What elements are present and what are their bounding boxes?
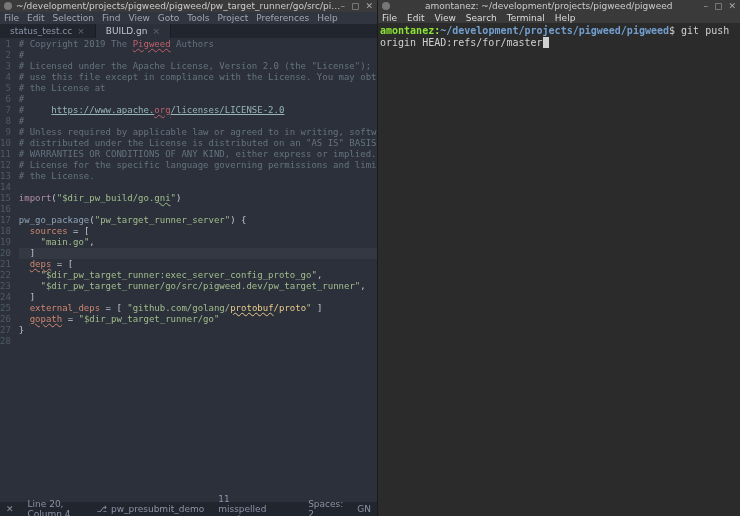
tab-label: BUILD.gn (106, 26, 148, 36)
branch-icon: ⎇ (97, 504, 107, 514)
misspelled-word: protobuf (230, 303, 273, 313)
editor-window: ~/development/projects/pigweed/pigweed/p… (0, 0, 378, 516)
term-menu-terminal[interactable]: Terminal (507, 13, 545, 23)
cursor-icon (543, 37, 549, 48)
close-icon[interactable]: ✕ (365, 1, 373, 11)
kw-gopath: gopath (30, 314, 63, 324)
terminal-titlebar[interactable]: amontanez: ~/development/projects/pigwee… (378, 0, 740, 12)
close-icon[interactable]: ✕ (728, 1, 736, 11)
code-line (19, 204, 377, 215)
editor-menubar: File Edit Selection Find View Goto Tools… (0, 12, 377, 24)
tab-build-gn[interactable]: BUILD.gn × (96, 24, 171, 38)
code-line: # License for the specific language gove… (19, 160, 377, 171)
editor-title-text: ~/development/projects/pigweed/pigweed/p… (16, 1, 340, 11)
code-line: # (19, 50, 377, 61)
menu-find[interactable]: Find (102, 13, 120, 23)
menu-file[interactable]: File (4, 13, 19, 23)
line-gutter: 1234567 891011121314 15161718192021 2223… (0, 38, 15, 502)
sb-git-branch[interactable]: ⎇ pw_presubmit_demo (97, 504, 205, 514)
term-menu-edit[interactable]: Edit (407, 13, 424, 23)
misspelled-word: Pigweed (133, 39, 171, 49)
branch-label: pw_presubmit_demo (111, 504, 204, 514)
pkg-name: "pw_target_runner_server" (95, 215, 230, 225)
terminal-body[interactable]: amontanez:~/development/projects/pigweed… (378, 24, 740, 516)
code-line (19, 182, 377, 193)
terminal-title-text: amontanez: ~/development/projects/pigwee… (394, 1, 703, 11)
terminal-window: amontanez: ~/development/projects/pigwee… (378, 0, 740, 516)
menu-selection[interactable]: Selection (53, 13, 94, 23)
fn-name: pw_go_package (19, 215, 89, 225)
sb-lang[interactable]: GN (357, 504, 371, 514)
term-menu-help[interactable]: Help (555, 13, 576, 23)
window-dot-icon (4, 2, 12, 10)
code-line: # Licensed under the Apache License, Ver… (19, 61, 377, 72)
editor-titlebar[interactable]: ~/development/projects/pigweed/pigweed/p… (0, 0, 377, 12)
kw-sources: sources (30, 226, 68, 236)
dep-val: "$dir_pw_target_runner:exec_server_confi… (41, 270, 317, 280)
code-line: # use this file except in compliance wit… (19, 72, 377, 83)
menu-preferences[interactable]: Preferences (256, 13, 309, 23)
gopath-val: "$dir_pw_target_runner/go" (78, 314, 219, 324)
maximize-icon[interactable]: ▢ (714, 1, 723, 11)
editor-body[interactable]: 1234567 891011121314 15161718192021 2223… (0, 38, 377, 502)
sources-val: "main.go" (41, 237, 90, 247)
menu-help[interactable]: Help (317, 13, 338, 23)
code-area[interactable]: # Copyright 2019 The Pigweed Authors # #… (15, 38, 377, 502)
code-line: # (19, 116, 377, 127)
tab-status-test[interactable]: status_test.cc × (0, 24, 96, 38)
maximize-icon[interactable]: ▢ (351, 1, 360, 11)
statusbar: ✕ Line 20, Column 4 ⎇ pw_presubmit_demo … (0, 502, 377, 516)
close-icon[interactable]: × (77, 26, 85, 36)
tabbar: status_test.cc × BUILD.gn × (0, 24, 377, 38)
code-line: # the License. (19, 171, 377, 182)
menu-project[interactable]: Project (217, 13, 248, 23)
term-menu-file[interactable]: File (382, 13, 397, 23)
menu-edit[interactable]: Edit (27, 13, 44, 23)
code-line: # distributed under the License is distr… (19, 138, 377, 149)
prompt-path: ~/development/projects/pigweed/pigweed (440, 25, 669, 36)
misspelled-word: org (154, 105, 170, 115)
dep-val: "$dir_pw_target_runner/go/src/pigweed.de… (41, 281, 361, 291)
menu-view[interactable]: View (128, 13, 149, 23)
minimize-icon[interactable]: – (703, 1, 708, 11)
minimize-icon[interactable]: – (340, 1, 345, 11)
sb-close-icon[interactable]: ✕ (6, 504, 14, 514)
kw-external-deps: external_deps (30, 303, 100, 313)
code-line: # (19, 94, 377, 105)
term-menu-search[interactable]: Search (466, 13, 497, 23)
close-icon[interactable]: × (152, 26, 160, 36)
keyword-import: import (19, 193, 52, 203)
menu-tools[interactable]: Tools (187, 13, 209, 23)
code-line: # WARRANTIES OR CONDITIONS OF ANY KIND, … (19, 149, 377, 160)
window-dot-icon (382, 2, 390, 10)
code-line: # Unless required by applicable law or a… (19, 127, 377, 138)
term-menu-view[interactable]: View (435, 13, 456, 23)
kw-deps: deps (30, 259, 52, 269)
tab-label: status_test.cc (10, 26, 72, 36)
prompt-user: amontanez (380, 25, 434, 36)
code-line: # the License at (19, 83, 377, 94)
menu-goto[interactable]: Goto (158, 13, 180, 23)
terminal-menubar: File Edit View Search Terminal Help (378, 12, 740, 24)
misspelled-word: gni (154, 193, 170, 203)
